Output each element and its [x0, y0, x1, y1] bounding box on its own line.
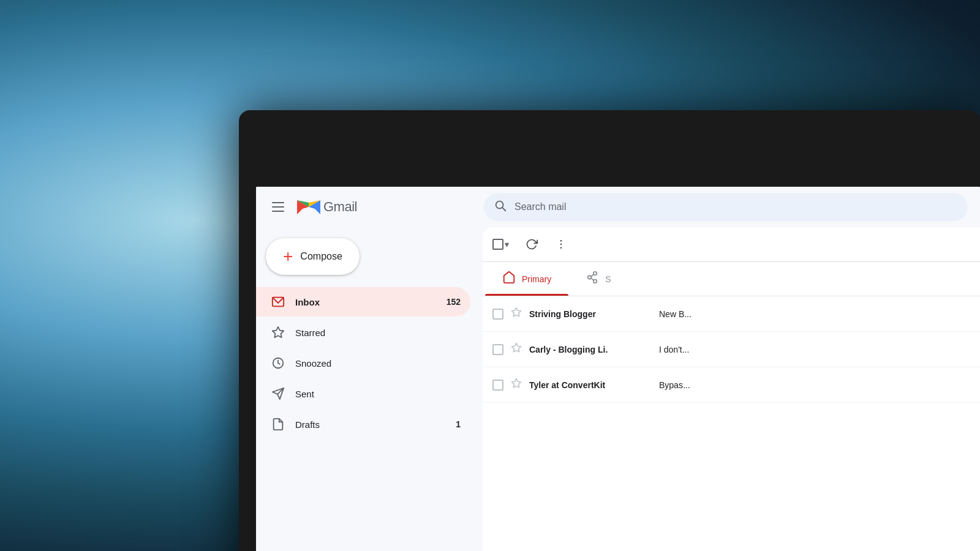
drafts-label: Drafts — [295, 419, 446, 430]
gmail-logo: Gmail — [296, 198, 357, 216]
email-sender-3: Tyler at ConvertKit — [529, 380, 652, 390]
email-row[interactable]: Striving Blogger New B... — [483, 296, 980, 332]
email-list: Striving Blogger New B... Carly - Bloggi… — [483, 296, 980, 551]
compose-label: Compose — [300, 251, 342, 262]
gmail-wordmark: Gmail — [323, 199, 357, 215]
tab-primary[interactable]: Primary — [485, 262, 568, 296]
svg-point-14 — [560, 244, 562, 246]
email-subject-3: Bypas... — [659, 380, 690, 390]
sidebar-item-inbox[interactable]: Inbox 152 — [256, 287, 470, 317]
more-options-button[interactable] — [549, 232, 573, 257]
svg-marker-21 — [512, 308, 521, 317]
sidebar-item-snoozed[interactable]: Snoozed — [256, 348, 470, 378]
snoozed-icon — [271, 356, 285, 370]
svg-marker-23 — [512, 379, 521, 388]
email-star-3[interactable] — [511, 378, 522, 392]
svg-marker-9 — [273, 327, 284, 337]
checkbox-square — [492, 239, 503, 250]
main-content: + Compose Inbox 152 — [256, 227, 980, 551]
email-sender-2: Carly - Blogging Li. — [529, 345, 652, 354]
svg-marker-22 — [512, 343, 521, 352]
starred-label: Starred — [295, 328, 461, 338]
refresh-icon — [526, 238, 538, 250]
sidebar-item-sent[interactable]: Sent — [256, 379, 470, 408]
email-snippet-3: Bypas... — [659, 380, 970, 390]
email-sender-1: Striving Blogger — [529, 309, 652, 319]
email-subject-1: New B... — [659, 309, 692, 319]
hamburger-icon — [272, 202, 284, 212]
select-dropdown-icon: ▾ — [505, 239, 509, 249]
svg-point-15 — [560, 247, 562, 249]
drafts-icon — [271, 418, 285, 431]
email-checkbox-3[interactable] — [492, 380, 503, 391]
svg-line-20 — [591, 278, 594, 280]
email-checkbox-1[interactable] — [492, 309, 503, 320]
more-vertical-icon — [555, 238, 567, 250]
drafts-badge: 1 — [456, 419, 461, 429]
search-placeholder-text: Search mail — [514, 201, 566, 212]
svg-line-19 — [591, 274, 594, 277]
refresh-button[interactable] — [519, 232, 544, 257]
top-bar: Gmail Search mail — [256, 187, 980, 227]
email-subject-2: I don't... — [659, 345, 689, 354]
inbox-label: Inbox — [295, 297, 437, 307]
sent-icon — [271, 387, 285, 400]
social-tab-label: S — [605, 274, 611, 284]
email-snippet-1: New B... — [659, 309, 970, 319]
email-toolbar: ▾ — [483, 227, 980, 262]
svg-line-7 — [502, 208, 505, 211]
search-bar[interactable]: Search mail — [484, 193, 968, 221]
select-all-checkbox[interactable]: ▾ — [492, 233, 514, 255]
email-row[interactable]: Carly - Blogging Li. I don't... — [483, 332, 980, 367]
sidebar-item-drafts[interactable]: Drafts 1 — [256, 410, 470, 439]
compose-plus-icon: + — [283, 248, 293, 265]
gmail-screen: Gmail Search mail + Compose — [256, 187, 980, 551]
email-star-2[interactable] — [511, 342, 522, 356]
gmail-m-icon — [296, 198, 321, 216]
primary-tab-label: Primary — [522, 274, 551, 284]
primary-tab-icon — [502, 271, 516, 287]
tab-social[interactable]: S — [568, 262, 628, 296]
sent-label: Sent — [295, 389, 461, 399]
email-star-1[interactable] — [511, 307, 522, 321]
sidebar: + Compose Inbox 152 — [256, 227, 483, 551]
inbox-badge: 152 — [447, 297, 461, 307]
snoozed-label: Snoozed — [295, 358, 461, 369]
social-tab-icon — [586, 271, 599, 287]
sidebar-item-starred[interactable]: Starred — [256, 318, 470, 347]
svg-point-13 — [560, 240, 562, 242]
starred-icon — [271, 326, 285, 339]
tabs-row: Primary S — [483, 262, 980, 296]
email-area: ▾ — [483, 227, 980, 551]
menu-button[interactable] — [266, 195, 290, 219]
email-checkbox-2[interactable] — [492, 344, 503, 355]
logo-area: Gmail — [266, 195, 474, 219]
inbox-icon — [271, 295, 285, 309]
email-row[interactable]: Tyler at ConvertKit Bypas... — [483, 367, 980, 403]
compose-button[interactable]: + Compose — [266, 238, 360, 275]
email-snippet-2: I don't... — [659, 345, 970, 354]
search-icon — [494, 199, 507, 216]
svg-point-17 — [588, 276, 592, 279]
